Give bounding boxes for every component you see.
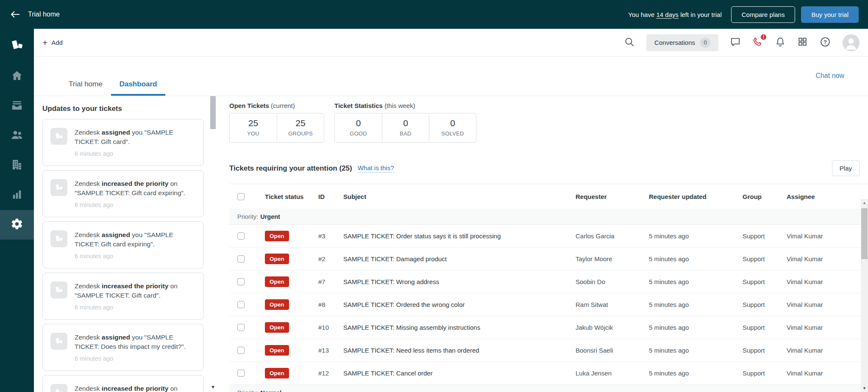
- scroll-up-icon[interactable]: ▲: [861, 199, 868, 207]
- back-to-trial-home-button[interactable]: Trial home: [10, 10, 60, 19]
- svg-text:?: ?: [823, 39, 827, 45]
- tab-trial-home[interactable]: Trial home: [60, 80, 111, 96]
- help-icon: ?: [819, 36, 831, 50]
- header-assignee: Assignee: [779, 193, 868, 200]
- table-header-row: Ticket status ID Subject Requester Reque…: [229, 184, 868, 209]
- row-checkbox[interactable]: [237, 255, 245, 262]
- sidebar-item-views[interactable]: [0, 91, 34, 121]
- ticket-row[interactable]: Open #7 SAMPLE TICKET: Wrong address Soo…: [229, 271, 868, 293]
- ticket-row[interactable]: Open #12 SAMPLE TICKET: Cancel order Luk…: [229, 362, 868, 385]
- ticket-row[interactable]: Open #8 SAMPLE TICKET: Ordered the wrong…: [229, 293, 868, 316]
- back-arrow-icon: [10, 10, 20, 19]
- profile-avatar[interactable]: [843, 34, 860, 51]
- tab-dashboard[interactable]: Dashboard: [111, 80, 166, 96]
- search-icon: [624, 36, 635, 49]
- updates-list: Zendesk assigned you "SAMPLE TICKET: Gif…: [42, 119, 205, 392]
- customers-icon: [10, 128, 24, 144]
- sidebar-item-home[interactable]: [0, 62, 34, 91]
- updates-scrollbar[interactable]: ▼: [210, 96, 216, 392]
- row-checkbox[interactable]: [237, 278, 245, 285]
- ticket-row[interactable]: Open #3 SAMPLE TICKET: Order status says…: [229, 225, 868, 248]
- cell-assignee: Vimal Kumar: [779, 324, 868, 331]
- update-text: Zendesk assigned you "SAMPLE TICKET: Gif…: [75, 230, 196, 249]
- trial-days-notice: You have 14 days left in your trial: [628, 11, 721, 18]
- conversations-button[interactable]: Conversations 0: [646, 34, 718, 51]
- cell-subject[interactable]: SAMPLE TICKET: Cancel order: [335, 370, 568, 377]
- admin-gear-icon: [11, 218, 23, 232]
- zendesk-logo[interactable]: [0, 29, 34, 62]
- select-all-checkbox[interactable]: [237, 193, 245, 200]
- priority-group-row: Priority: Normal: [229, 385, 868, 392]
- updates-panel-title: Updates to your tickets: [42, 105, 205, 113]
- trial-bar-title: Trial home: [28, 11, 60, 18]
- page-scrollbar[interactable]: ▲ ▼: [861, 199, 868, 392]
- talk-phone-button[interactable]: !: [752, 36, 763, 49]
- cell-subject[interactable]: SAMPLE TICKET: Need less items than orde…: [335, 347, 568, 354]
- cell-group: Support: [734, 347, 779, 354]
- cell-updated: 5 minutes ago: [641, 301, 734, 308]
- search-button[interactable]: [624, 36, 635, 49]
- apps-button[interactable]: [797, 36, 808, 49]
- ticket-row[interactable]: Open #13 SAMPLE TICKET: Need less items …: [229, 339, 868, 362]
- attention-title: Tickets requiring your attention (25): [229, 164, 352, 173]
- update-time: 6 minutes ago: [75, 304, 196, 311]
- notifications-button[interactable]: [775, 36, 786, 49]
- priority-prefix: Priority:: [237, 389, 258, 392]
- sidebar-item-customers[interactable]: [0, 121, 34, 151]
- page-scrollbar-thumb[interactable]: [861, 208, 868, 259]
- row-checkbox[interactable]: [237, 347, 245, 354]
- conversations-chat-icon: [730, 36, 741, 49]
- sidebar-item-organizations[interactable]: [0, 151, 34, 180]
- update-card[interactable]: Zendesk increased the priority on "SAMPL…: [42, 170, 204, 217]
- row-checkbox[interactable]: [237, 370, 245, 377]
- play-button[interactable]: Play: [832, 160, 860, 176]
- chat-button[interactable]: [730, 36, 741, 49]
- cell-subject[interactable]: SAMPLE TICKET: Order status says it is s…: [335, 232, 568, 240]
- row-checkbox[interactable]: [237, 324, 245, 331]
- updates-scrollbar-thumb[interactable]: [210, 96, 216, 129]
- scroll-down-icon[interactable]: ▼: [210, 384, 216, 389]
- plus-icon: +: [42, 38, 47, 47]
- what-is-this-link[interactable]: What is this?: [358, 164, 394, 173]
- cell-updated: 5 minutes ago: [641, 278, 734, 285]
- row-checkbox[interactable]: [237, 301, 245, 308]
- cell-id: #3: [310, 232, 335, 240]
- ticket-statistics-stat: Ticket Statistics (this week) 0 GOOD 0 B…: [334, 102, 476, 143]
- cell-subject[interactable]: SAMPLE TICKET: Ordered the wrong color: [335, 301, 568, 308]
- compare-plans-button[interactable]: Compare plans: [731, 6, 796, 23]
- update-card[interactable]: Zendesk increased the priority on "SAMPL…: [42, 273, 204, 320]
- sidebar-item-reporting[interactable]: [0, 180, 34, 210]
- status-badge: Open: [265, 276, 289, 287]
- update-text: Zendesk increased the priority on "SAMPL…: [75, 384, 196, 392]
- help-button[interactable]: ?: [819, 36, 831, 50]
- zendesk-avatar-icon: [50, 179, 67, 196]
- dashboard-main: Open Tickets (current) 25 YOU 25 GROUPS: [217, 96, 868, 392]
- update-card[interactable]: Zendesk assigned you "SAMPLE TICKET: Doe…: [42, 324, 204, 371]
- stat-open-groups: 25 GROUPS: [277, 113, 324, 142]
- cell-subject[interactable]: SAMPLE TICKET: Missing assembly instruct…: [335, 324, 568, 331]
- ticket-row[interactable]: Open #2 SAMPLE TICKET: Damaged product T…: [229, 248, 868, 271]
- zendesk-avatar-icon: [50, 128, 67, 145]
- cell-subject[interactable]: SAMPLE TICKET: Wrong address: [335, 278, 568, 285]
- update-card[interactable]: Zendesk assigned you "SAMPLE TICKET: Gif…: [42, 119, 204, 166]
- update-card[interactable]: Zendesk increased the priority on "SAMPL…: [42, 375, 204, 392]
- priority-group-row: Priority: Urgent: [229, 209, 868, 225]
- cell-assignee: Vimal Kumar: [779, 301, 868, 308]
- buy-your-trial-button[interactable]: Buy your trial: [801, 6, 859, 23]
- update-time: 6 minutes ago: [75, 253, 196, 259]
- ticket-row[interactable]: Open #10 SAMPLE TICKET: Missing assembly…: [229, 316, 868, 339]
- chat-now-link[interactable]: Chat now: [815, 72, 844, 80]
- trial-days-link[interactable]: 14 days: [656, 11, 679, 18]
- update-card[interactable]: Zendesk assigned you "SAMPLE TICKET: Gif…: [42, 221, 204, 268]
- cell-updated: 5 minutes ago: [641, 232, 734, 240]
- reporting-icon: [11, 188, 23, 202]
- home-icon: [11, 69, 23, 84]
- zendesk-avatar-icon: [50, 333, 67, 350]
- header-subject: Subject: [335, 193, 568, 200]
- add-button[interactable]: + Add: [42, 38, 63, 47]
- scroll-down-icon[interactable]: ▼: [861, 384, 868, 392]
- cell-subject[interactable]: SAMPLE TICKET: Damaged product: [335, 255, 568, 262]
- sidebar-item-admin[interactable]: [0, 210, 34, 240]
- update-time: 6 minutes ago: [75, 355, 196, 362]
- row-checkbox[interactable]: [237, 232, 245, 240]
